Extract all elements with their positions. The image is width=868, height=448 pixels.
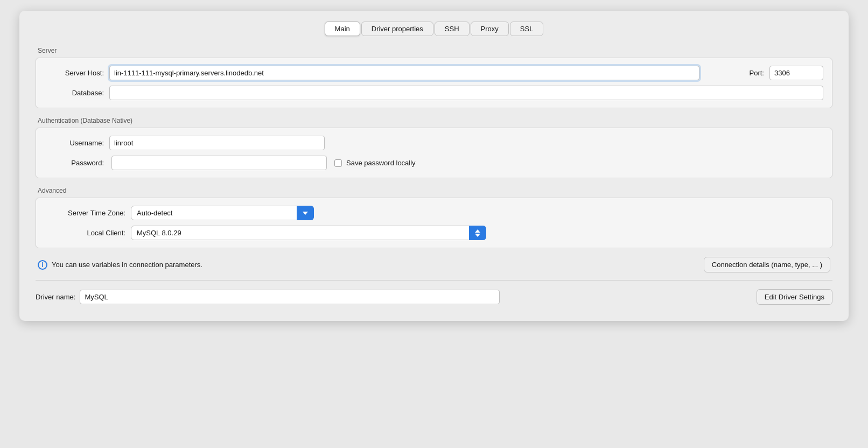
- connection-details-button[interactable]: Connection details (name, type, ... ): [704, 257, 830, 272]
- info-icon: i: [38, 260, 47, 270]
- server-host-input[interactable]: [109, 66, 699, 80]
- tab-driver-properties[interactable]: Driver properties: [361, 22, 433, 36]
- password-input[interactable]: [111, 156, 327, 170]
- username-label: Username:: [45, 139, 104, 147]
- tab-ssh[interactable]: SSH: [435, 22, 470, 36]
- server-host-label: Server Host:: [45, 69, 104, 77]
- port-label: Port:: [705, 69, 764, 77]
- server-host-row: Server Host: Port:: [45, 66, 823, 80]
- auth-section-label: Authentication (Database Native): [36, 117, 832, 124]
- auth-section-box: Username: Password: Save password locall…: [36, 128, 832, 178]
- save-password-label: Save password locally: [346, 159, 416, 167]
- database-input[interactable]: [109, 86, 823, 100]
- localclient-select[interactable]: MySQL 8.0.29 MySQL 8.0.28 MySQL 5.7: [131, 226, 486, 240]
- timezone-row: Server Time Zone: Auto-detect UTC US/Eas…: [45, 206, 823, 220]
- bottom-row: Driver name: Edit Driver Settings: [36, 280, 832, 305]
- info-text-group: i You can use variables in connection pa…: [38, 260, 202, 270]
- server-section-box: Server Host: Port: Database:: [36, 58, 832, 108]
- localclient-select-wrapper: MySQL 8.0.29 MySQL 8.0.28 MySQL 5.7: [131, 226, 486, 240]
- save-password-checkbox[interactable]: [334, 159, 342, 167]
- username-row: Username:: [45, 136, 823, 150]
- timezone-select[interactable]: Auto-detect UTC US/Eastern US/Pacific Eu…: [131, 206, 314, 220]
- driver-info: Driver name:: [36, 290, 500, 304]
- password-label: Password:: [45, 159, 104, 167]
- tabs-bar: Main Driver properties SSH Proxy SSL: [36, 22, 832, 36]
- tab-proxy[interactable]: Proxy: [471, 22, 509, 36]
- advanced-section-box: Server Time Zone: Auto-detect UTC US/Eas…: [36, 198, 832, 248]
- timezone-select-wrapper: Auto-detect UTC US/Eastern US/Pacific Eu…: [131, 206, 314, 220]
- connection-dialog: Main Driver properties SSH Proxy SSL Ser…: [19, 11, 849, 321]
- info-row: i You can use variables in connection pa…: [36, 257, 832, 272]
- localclient-label: Local Client:: [45, 229, 125, 237]
- password-row: Password: Save password locally: [45, 156, 823, 170]
- localclient-row: Local Client: MySQL 8.0.29 MySQL 8.0.28 …: [45, 226, 823, 240]
- info-message: You can use variables in connection para…: [52, 261, 202, 269]
- driver-name-label: Driver name:: [36, 293, 75, 301]
- database-label: Database:: [45, 89, 104, 97]
- username-input[interactable]: [109, 136, 325, 150]
- edit-driver-settings-button[interactable]: Edit Driver Settings: [757, 289, 832, 305]
- port-input[interactable]: [769, 66, 823, 80]
- driver-name-input[interactable]: [80, 290, 500, 304]
- server-section-label: Server: [36, 47, 832, 54]
- save-password-checkbox-label[interactable]: Save password locally: [334, 159, 416, 167]
- tab-ssl[interactable]: SSL: [510, 22, 544, 36]
- database-row: Database:: [45, 86, 823, 100]
- timezone-label: Server Time Zone:: [45, 209, 125, 217]
- tab-main[interactable]: Main: [325, 22, 360, 36]
- advanced-section-label: Advanced: [36, 187, 832, 194]
